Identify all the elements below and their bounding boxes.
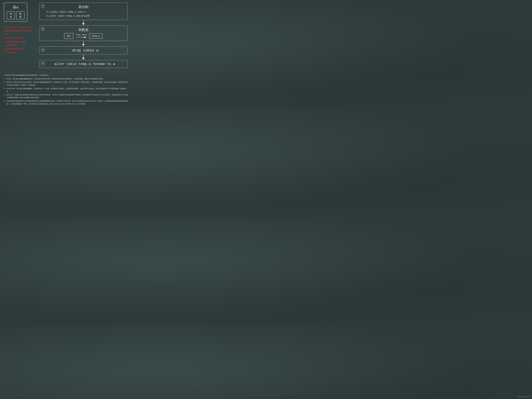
step1-box: ① 表结构 1.create table temp_a like a 2.alt… bbox=[39, 3, 127, 20]
table-a-title: 表a bbox=[7, 5, 25, 10]
step2-title: 表数据 bbox=[43, 27, 124, 32]
arrow-line-2 bbox=[83, 41, 84, 44]
red-text-block: FIC方式只限定于辅助索引，对于主键的创建和删除同样需要重建一张表。 Onlin… bbox=[4, 25, 32, 54]
bottom-item-1: 1. NONE，执行索引创建或者删除操作时，对目标表不添加任何锁。即事务仍然可以… bbox=[4, 77, 129, 80]
red-item-2: 改变自增长值 bbox=[6, 44, 32, 47]
step2-right-box: temp_a bbox=[89, 33, 103, 39]
bottom-text-3: EXCLUSIVE，执行索引创建或删除时，对目标表加上一个X锁。读写事务均不能进… bbox=[6, 88, 126, 92]
red-item-1: 辅助索引的创建与删除 bbox=[6, 40, 32, 44]
bottom-item-3: 3. EXCLUSIVE，执行索引创建或删除时，对目标表加上一个X锁。读写事务均… bbox=[4, 87, 129, 93]
arrow-head-3 bbox=[82, 58, 85, 60]
step1-line2: 2.alter table temp_a add/drop等 bbox=[46, 14, 124, 18]
step4-number: ④ bbox=[41, 62, 45, 65]
red-item-4: 列的重命名 bbox=[6, 51, 32, 54]
bottom-item-2: 2. SHARE，和Fast index Creation类似，执行索引创建或删… bbox=[4, 81, 129, 87]
step1-line1: 1.create table temp_a like a bbox=[46, 10, 124, 14]
arrow-3-4 bbox=[82, 55, 85, 60]
copy-label: copy data bbox=[76, 34, 87, 36]
step2-box: ② 表数据 表a copy data temp_a bbox=[39, 25, 127, 41]
horiz-head bbox=[84, 36, 86, 38]
data-btn: 数据 bbox=[16, 11, 25, 19]
bottom-num-5: 5. bbox=[4, 100, 5, 103]
step1-title: 表结构 bbox=[43, 5, 124, 9]
bottom-num-4: 4. bbox=[4, 94, 5, 96]
red-item-3: 添加或删除外键约束 bbox=[6, 47, 32, 51]
step2-inner: 表a copy data temp_a bbox=[43, 33, 124, 39]
arrow-1-2 bbox=[82, 20, 85, 25]
bottom-section: LOCK部分为索引创建或删除时对表添加锁的情况，可选择的如下： 1. NONE，… bbox=[4, 72, 129, 105]
bottom-list: 1. NONE，执行索引创建或者删除操作时，对目标表不添加任何锁。即事务仍然可以… bbox=[4, 77, 129, 105]
step3-box: ③ drop table a bbox=[39, 46, 127, 55]
page-container: 表a 结构 数据 FIC方式只限定于辅助索引，对于主键的创建和删除同样需要重建一… bbox=[4, 3, 129, 105]
bottom-text-5: innodb存储引擎实现Online DDL的原理是在执行创建或者删除操作同时，… bbox=[6, 100, 128, 105]
arrow-head bbox=[82, 23, 85, 25]
arrow-head-2 bbox=[82, 44, 85, 46]
red-para2: OnlineDDL支持的类型： bbox=[4, 36, 32, 39]
step4-content: alter table temp_a rename to a bbox=[43, 62, 124, 66]
bottom-text-4: DEFAULT，该模式首先会判断当前操作是否可以使用NONE模式，若不能，则判断… bbox=[6, 94, 128, 99]
copy-arrow: copy data bbox=[76, 34, 87, 38]
arrow-2-3 bbox=[82, 41, 85, 46]
arrow-line bbox=[83, 20, 84, 23]
red-para1: FIC方式只限定于辅助索引，对于主键的创建和删除同样需要重建一张表。 bbox=[4, 25, 32, 36]
step2-number: ② bbox=[41, 27, 45, 31]
bottom-intro: LOCK部分为索引创建或删除时对表添加锁的情况，可选择的如下： bbox=[4, 74, 129, 77]
bottom-num-3: 3. bbox=[4, 87, 5, 90]
bottom-text-1: NONE，执行索引创建或者删除操作时，对目标表不添加任何锁。即事务仍然可以进行读… bbox=[6, 78, 105, 80]
bottom-item-4: 4. DEFAULT，该模式首先会判断当前操作是否可以使用NONE模式，若不能，… bbox=[4, 94, 129, 99]
step3-number: ③ bbox=[41, 48, 45, 51]
bottom-num-2: 2. bbox=[4, 81, 5, 84]
top-section: 表a 结构 数据 FIC方式只限定于辅助索引，对于主键的创建和删除同样需要重建一… bbox=[4, 3, 129, 68]
step3-content: drop table a bbox=[43, 48, 124, 52]
bottom-item-5: 5. innodb存储引擎实现Online DDL的原理是在执行创建或者删除操作… bbox=[4, 100, 129, 105]
arrow-line-3 bbox=[83, 55, 84, 58]
bottom-text-2: SHARE，和Fast index Creation类似，执行索引创建或删除操作… bbox=[6, 81, 128, 86]
left-panel: 表a 结构 数据 FIC方式只限定于辅助索引，对于主键的创建和删除同样需要重建一… bbox=[4, 3, 32, 54]
table-a-buttons: 结构 数据 bbox=[7, 11, 25, 19]
step4-box: ④ alter table temp_a rename to a bbox=[39, 60, 127, 68]
step1-number: ① bbox=[41, 4, 45, 8]
right-diagram: ① 表结构 1.create table temp_a like a 2.alt… bbox=[38, 3, 129, 68]
structure-btn: 结构 bbox=[7, 11, 15, 19]
horiz-line bbox=[76, 37, 84, 38]
bottom-num-1: 1. bbox=[4, 77, 5, 80]
step2-left-box: 表a bbox=[64, 33, 73, 39]
table-a-box: 表a 结构 数据 bbox=[4, 3, 27, 22]
step1-content: 1.create table temp_a like a 2.alter tab… bbox=[43, 10, 124, 18]
